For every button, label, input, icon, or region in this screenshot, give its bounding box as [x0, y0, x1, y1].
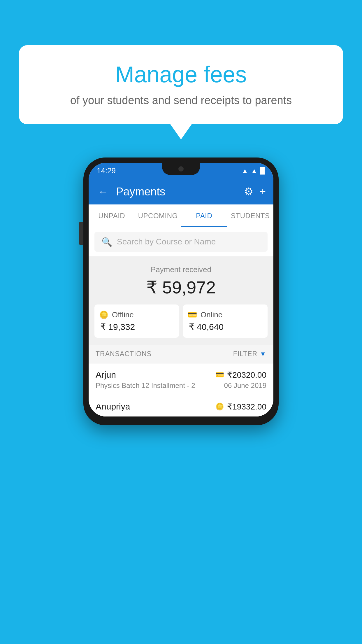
payment-amount: ₹ 59,972 — [94, 277, 268, 298]
tabs: UNPAID UPCOMING PAID STUDENTS — [89, 204, 273, 227]
filter-button[interactable]: FILTER ▼ — [233, 350, 266, 358]
search-placeholder-text: Search by Course or Name — [117, 237, 216, 246]
status-bar: 14:29 ▲ ▲ ▉ — [89, 163, 273, 179]
online-amount: ₹ 40,640 — [188, 322, 224, 332]
transaction-bottom: Physics Batch 12 Installment - 2 06 June… — [96, 382, 266, 390]
transaction-top-2: Anupriya 🪙 ₹19332.00 — [96, 402, 266, 412]
app-title: Payments — [116, 186, 238, 198]
offline-card: 🪙 Offline ₹ 19,332 — [94, 304, 179, 338]
transaction-cash-icon: 🪙 — [215, 402, 224, 411]
app-bar-icons: ⚙ + — [244, 186, 266, 198]
transaction-row-anupriya[interactable]: Anupriya 🪙 ₹19332.00 — [89, 395, 273, 416]
phone-wrapper: 14:29 ▲ ▲ ▉ ← Payments ⚙ + — [83, 158, 279, 425]
search-icon: 🔍 — [101, 237, 112, 247]
phone-screen: 14:29 ▲ ▲ ▉ ← Payments ⚙ + — [89, 163, 273, 416]
app-bar: ← Payments ⚙ + — [89, 179, 273, 204]
status-icons: ▲ ▲ ▉ — [242, 167, 265, 175]
transaction-name: Arjun — [96, 370, 116, 380]
wifi-icon: ▲ — [242, 167, 248, 175]
speech-bubble-container: Manage fees of your students and send re… — [19, 45, 343, 124]
offline-card-header: 🪙 Offline — [99, 310, 134, 319]
filter-icon: ▼ — [260, 350, 266, 358]
search-bar[interactable]: 🔍 Search by Course or Name — [94, 232, 268, 252]
transaction-description: Physics Batch 12 Installment - 2 — [96, 382, 195, 390]
online-label: Online — [201, 310, 222, 319]
bubble-subtitle: of your students and send receipts to pa… — [36, 94, 326, 107]
cash-icon: 🪙 — [99, 310, 108, 319]
tab-unpaid[interactable]: UNPAID — [89, 204, 135, 227]
transaction-top: Arjun 💳 ₹20320.00 — [96, 370, 266, 380]
search-container: 🔍 Search by Course or Name — [89, 227, 273, 256]
bubble-title: Manage fees — [36, 61, 326, 88]
speech-bubble: Manage fees of your students and send re… — [19, 45, 343, 124]
back-button[interactable]: ← — [96, 184, 110, 200]
transactions-header: TRANSACTIONS FILTER ▼ — [89, 345, 273, 363]
notch-camera — [178, 166, 184, 172]
transaction-name-2: Anupriya — [96, 402, 130, 412]
notch — [162, 163, 200, 175]
transaction-card-icon: 💳 — [215, 371, 224, 379]
payment-cards: 🪙 Offline ₹ 19,332 💳 Online ₹ 40,640 — [94, 304, 268, 338]
status-time: 14:29 — [97, 166, 116, 175]
payment-label: Payment received — [94, 265, 268, 274]
add-button[interactable]: + — [260, 186, 266, 198]
payment-summary: Payment received ₹ 59,972 🪙 Offline ₹ 19… — [89, 256, 273, 345]
signal-icon: ▲ — [251, 167, 257, 175]
settings-button[interactable]: ⚙ — [244, 186, 253, 198]
transactions-label: TRANSACTIONS — [96, 350, 152, 358]
offline-label: Offline — [112, 310, 134, 319]
card-icon: 💳 — [188, 310, 197, 319]
transaction-amount: ₹20320.00 — [227, 370, 266, 380]
battery-icon: ▉ — [260, 167, 265, 175]
filter-label: FILTER — [233, 350, 258, 358]
transaction-amount-wrap-2: 🪙 ₹19332.00 — [215, 402, 266, 412]
online-card: 💳 Online ₹ 40,640 — [183, 304, 268, 338]
transaction-row-arjun[interactable]: Arjun 💳 ₹20320.00 Physics Batch 12 Insta… — [89, 363, 273, 395]
tab-students[interactable]: STUDENTS — [227, 204, 274, 227]
transaction-date: 06 June 2019 — [224, 382, 266, 390]
tab-paid[interactable]: PAID — [181, 204, 227, 227]
online-card-header: 💳 Online — [188, 310, 222, 319]
transaction-amount-2: ₹19332.00 — [227, 402, 266, 412]
transaction-amount-wrap: 💳 ₹20320.00 — [215, 370, 266, 380]
tab-upcoming[interactable]: UPCOMING — [135, 204, 181, 227]
phone-device: 14:29 ▲ ▲ ▉ ← Payments ⚙ + — [83, 158, 279, 425]
offline-amount: ₹ 19,332 — [99, 322, 135, 332]
